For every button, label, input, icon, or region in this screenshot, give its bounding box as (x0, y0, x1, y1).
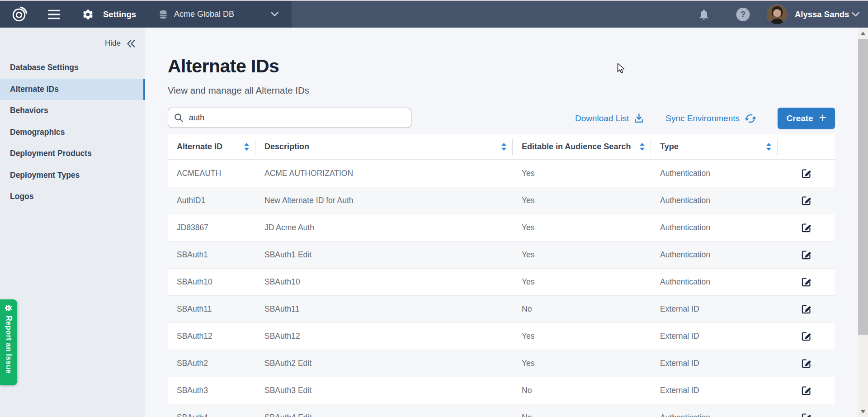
edit-icon (801, 331, 811, 341)
cell-actions (778, 214, 835, 241)
notifications-bell-icon[interactable] (698, 8, 710, 21)
table-row: SBAuth10SBAuth10YesAuthentication (168, 268, 835, 295)
application-window: Settings Acme Global DB (0, 0, 868, 417)
table-row: AuthID1New Alternate ID for AuthYesAuthe… (168, 187, 835, 214)
edit-button[interactable] (799, 221, 813, 235)
bug-icon (4, 303, 13, 313)
topbar: Settings Acme Global DB (0, 1, 868, 28)
hamburger-menu-icon[interactable] (48, 9, 60, 19)
sort-icon[interactable] (244, 143, 250, 151)
cell-editable-in-audience-search: No (513, 377, 651, 404)
sidebar-hide-button[interactable]: Hide (105, 39, 135, 48)
edit-button[interactable] (799, 166, 813, 180)
edit-button[interactable] (799, 248, 813, 262)
column-header-alternate-id[interactable]: Alternate ID (168, 134, 255, 159)
column-header-label: Description (264, 142, 309, 152)
cell-editable-in-audience-search: No (513, 296, 651, 322)
cell-type: Authentication (651, 187, 778, 214)
sidebar-item-database-settings[interactable]: Database Settings (0, 57, 145, 79)
sidebar-item-label: Deployment Products (10, 149, 92, 158)
database-selector[interactable]: Acme Global DB (158, 9, 278, 20)
column-header-type[interactable]: Type (651, 134, 778, 159)
sidebar: Hide Database SettingsAlternate IDsBehav… (0, 28, 145, 417)
user-menu-chevron-icon[interactable] (852, 12, 859, 17)
column-header-editable-in-audience-search[interactable]: Editable in Audience Search (513, 134, 651, 159)
table-row: SBAuth3SBAuth3 EditNoExternal ID (168, 377, 835, 404)
column-header-description[interactable]: Description (255, 134, 513, 159)
user-avatar[interactable] (767, 5, 787, 24)
sidebar-item-deployment-types[interactable]: Deployment Types (0, 165, 145, 186)
page-title: Alternate IDs (168, 56, 279, 77)
cell-description: SBAuth1 Edit (255, 242, 513, 268)
report-issue-button[interactable]: Report an Issue (0, 299, 17, 385)
edit-button[interactable] (799, 275, 813, 289)
edit-button[interactable] (799, 302, 813, 316)
cell-alternate-id: SBAuth11 (168, 296, 255, 322)
edit-icon (801, 412, 811, 417)
search-box (168, 108, 411, 128)
edit-button[interactable] (799, 411, 813, 417)
sidebar-item-label: Behaviors (10, 106, 48, 115)
scroll-up-button[interactable] (858, 28, 868, 38)
cell-editable-in-audience-search: Yes (513, 350, 651, 377)
cell-editable-in-audience-search: No (513, 404, 651, 417)
sidebar-item-alternate-ids[interactable]: Alternate IDs (0, 79, 145, 100)
cell-description: JD Acme Auth (255, 214, 513, 241)
edit-button[interactable] (799, 194, 813, 208)
sort-icon[interactable] (766, 143, 772, 151)
svg-text:?: ? (741, 10, 745, 19)
edit-button[interactable] (799, 384, 813, 398)
sidebar-item-label: Deployment Types (10, 171, 80, 180)
cell-editable-in-audience-search: Yes (513, 242, 651, 268)
database-selector-value: Acme Global DB (174, 9, 234, 19)
topbar-left-section: Settings Acme Global DB (0, 1, 292, 28)
column-header-label: Alternate ID (177, 142, 222, 152)
cell-description: SBAuth11 (255, 296, 513, 322)
sort-icon[interactable] (501, 143, 507, 151)
cell-actions (778, 269, 835, 295)
alternate-ids-table: Alternate IDDescriptionEditable in Audie… (168, 134, 835, 417)
help-icon[interactable]: ? (736, 7, 750, 21)
cell-editable-in-audience-search: Yes (513, 269, 651, 295)
report-issue-label: Report an Issue (5, 316, 13, 374)
app-logo-icon[interactable] (11, 6, 28, 23)
cell-type: External ID (651, 377, 778, 404)
cell-alternate-id: SBAuth4 (168, 404, 255, 417)
sidebar-item-logos[interactable]: Logos (0, 186, 145, 208)
cell-type: Authentication (651, 404, 778, 417)
cell-alternate-id: SBAuth10 (168, 269, 255, 295)
create-button[interactable]: Create + (778, 108, 835, 129)
search-input[interactable] (168, 108, 411, 128)
sync-environments-button[interactable]: Sync Environments (665, 112, 757, 125)
edit-button[interactable] (799, 356, 813, 370)
topbar-divider (148, 7, 148, 22)
scrollbar-thumb[interactable] (858, 39, 868, 335)
page-subtitle: View and manage all Alternate IDs (168, 85, 309, 96)
sidebar-item-demographics[interactable]: Demographics (0, 122, 145, 143)
edit-button[interactable] (799, 329, 813, 343)
scroll-up-arrow-icon (861, 32, 865, 35)
user-name[interactable]: Alyssa Sands (795, 9, 849, 19)
cell-type: Authentication (651, 160, 778, 187)
sort-icon[interactable] (639, 143, 645, 151)
sidebar-item-behaviors[interactable]: Behaviors (0, 100, 145, 122)
scroll-down-button[interactable] (858, 406, 868, 417)
cell-actions (778, 160, 835, 187)
table-row: JD83867JD Acme AuthYesAuthentication (168, 214, 835, 241)
vertical-scrollbar (858, 28, 868, 417)
sidebar-item-deployment-products[interactable]: Deployment Products (0, 143, 145, 165)
sync-environments-label: Sync Environments (665, 114, 740, 123)
table-row: SBAuth4SBAuth4 EditNoAuthentication (168, 404, 835, 417)
sidebar-item-label: Database Settings (10, 63, 79, 72)
cell-description: SBAuth10 (255, 269, 513, 295)
table-row: SBAuth12SBAuth12YesExternal ID (168, 322, 835, 350)
cell-description: ACME AUTHORIZATION (255, 160, 513, 187)
hide-label: Hide (105, 39, 121, 48)
sidebar-item-label: Alternate IDs (10, 85, 59, 94)
edit-icon (801, 195, 811, 206)
settings-nav[interactable]: Settings (82, 8, 136, 20)
download-list-button[interactable]: Download List (575, 113, 645, 124)
cell-actions (778, 377, 835, 404)
cell-description: New Alternate ID for Auth (255, 187, 513, 214)
table-row: SBAuth11SBAuth11NoExternal ID (168, 295, 835, 322)
